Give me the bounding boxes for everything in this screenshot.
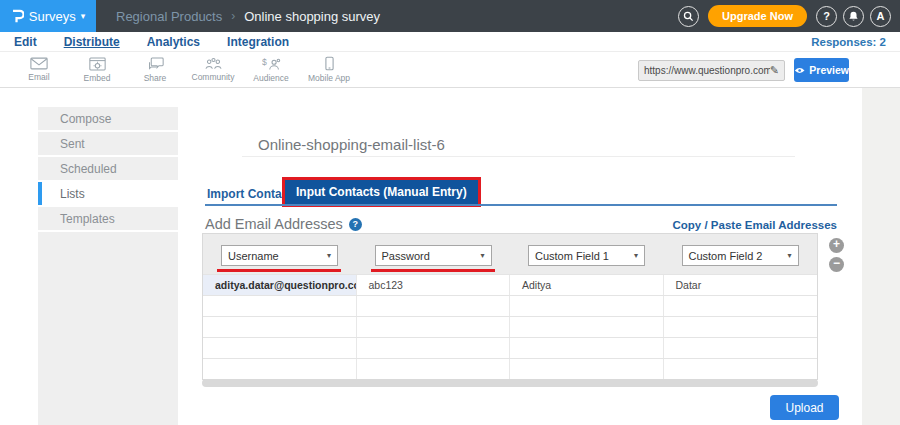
toolbar-item-share[interactable]: Share	[126, 53, 184, 87]
breadcrumb-separator-icon: ›	[231, 9, 235, 23]
custom-field-1-cell[interactable]	[510, 338, 664, 358]
email-cell[interactable]	[203, 296, 357, 316]
add-row-button[interactable]: +	[829, 238, 844, 253]
toolbar-item-community[interactable]: Community	[184, 53, 242, 87]
select-value: Custom Field 2	[689, 250, 763, 262]
upgrade-now-button[interactable]: Upgrade Now	[708, 5, 807, 27]
questionpro-distribute-page: Surveys ▾ Regional Products › Online sho…	[0, 0, 900, 425]
username-column-select[interactable]: Username ▾	[221, 245, 338, 266]
surveys-product-dropdown[interactable]: Surveys ▾	[0, 0, 96, 32]
toolbar-label: Community	[192, 72, 235, 82]
email-icon	[30, 57, 48, 70]
help-button[interactable]: ?	[816, 6, 837, 27]
toolbar-label: Mobile App	[308, 73, 350, 83]
top-bar: Surveys ▾ Regional Products › Online sho…	[0, 0, 900, 32]
custom-field-2-cell[interactable]	[664, 296, 818, 316]
annotation-red-underline	[371, 269, 495, 272]
share-icon	[147, 57, 164, 71]
svg-text:$: $	[262, 57, 267, 67]
table-row: aditya.datar@questionpro.com abc123 Adit…	[203, 274, 817, 295]
remove-row-button[interactable]: −	[829, 257, 844, 272]
sidebar-item-templates[interactable]: Templates	[38, 207, 178, 232]
notifications-button[interactable]	[843, 6, 864, 27]
password-cell[interactable]	[357, 338, 511, 358]
custom-field-1-cell[interactable]	[510, 296, 664, 316]
breadcrumb-folder[interactable]: Regional Products	[116, 9, 222, 24]
annotation-red-underline	[217, 269, 341, 272]
embed-icon	[89, 57, 106, 71]
tab-underline	[205, 204, 837, 206]
lists-sidebar: Compose Sent Scheduled Lists Templates	[38, 107, 178, 425]
survey-url-input[interactable]	[644, 65, 770, 76]
nav-tab-analytics[interactable]: Analytics	[147, 35, 200, 49]
toolbar-label: Audience	[253, 73, 288, 83]
sidebar-item-compose[interactable]: Compose	[38, 107, 178, 132]
password-cell[interactable]	[357, 359, 511, 379]
page-background-gutter	[862, 88, 900, 425]
password-cell[interactable]	[357, 296, 511, 316]
email-cell[interactable]: aditya.datar@questionpro.com	[203, 275, 357, 295]
toolbar-item-email[interactable]: Email	[10, 53, 68, 87]
sidebar-item-scheduled[interactable]: Scheduled	[38, 157, 178, 182]
tab-input-contacts-manual-entry[interactable]: Input Contacts (Manual Entry)	[285, 180, 478, 204]
add-email-addresses-header: Add Email Addresses ?	[205, 216, 362, 232]
bell-icon	[848, 10, 859, 22]
email-cell[interactable]	[203, 338, 357, 358]
email-list-title: Online-shopping-email-list-6	[258, 136, 445, 153]
select-value: Custom Field 1	[535, 250, 609, 262]
email-cell[interactable]	[203, 359, 357, 379]
search-icon	[683, 11, 694, 22]
table-header-row: Username ▾ Password ▾ Custom Field 1 ▾	[203, 234, 817, 274]
preview-label: Preview	[809, 64, 849, 76]
chevron-down-icon: ▾	[787, 251, 791, 260]
edit-url-icon[interactable]: ✎	[770, 64, 779, 77]
questionpro-logo-icon	[11, 8, 24, 25]
custom-field-2-cell[interactable]	[664, 317, 818, 337]
nav-tab-edit[interactable]: Edit	[14, 35, 37, 49]
table-row-empty	[203, 337, 817, 358]
password-cell[interactable]: abc123	[357, 275, 511, 295]
custom-field-2-cell[interactable]	[664, 338, 818, 358]
nav-tab-integration[interactable]: Integration	[227, 35, 289, 49]
breadcrumb: Regional Products › Online shopping surv…	[116, 9, 380, 24]
copy-paste-email-link[interactable]: Copy / Paste Email Addresses	[673, 219, 837, 231]
distribute-toolbar: Email Embed Share Community $ Audience M…	[0, 52, 900, 88]
upload-button[interactable]: Upload	[770, 395, 839, 420]
table-header-col-1: Username ▾	[203, 234, 357, 274]
custom-field-1-cell[interactable]	[510, 317, 664, 337]
email-cell[interactable]	[203, 317, 357, 337]
eye-icon	[794, 66, 805, 75]
audience-icon: $	[262, 57, 281, 71]
password-column-select[interactable]: Password ▾	[375, 245, 492, 266]
title-divider	[242, 156, 795, 157]
toolbar-label: Share	[144, 73, 167, 83]
responses-count-link[interactable]: Responses: 2	[811, 36, 886, 48]
custom-field-1-column-select[interactable]: Custom Field 1 ▾	[528, 245, 645, 266]
preview-button[interactable]: Preview	[794, 58, 849, 82]
manual-entry-table: Username ▾ Password ▾ Custom Field 1 ▾	[202, 233, 818, 380]
password-cell[interactable]	[357, 317, 511, 337]
sidebar-item-lists[interactable]: Lists	[38, 182, 178, 207]
custom-field-2-column-select[interactable]: Custom Field 2 ▾	[682, 245, 799, 266]
nav-tab-distribute[interactable]: Distribute	[64, 35, 120, 49]
breadcrumb-survey-name: Online shopping survey	[244, 9, 380, 24]
custom-field-1-cell[interactable]	[510, 359, 664, 379]
custom-field-1-cell[interactable]: Aditya	[510, 275, 664, 295]
custom-field-2-cell[interactable]: Datar	[664, 275, 818, 295]
search-button[interactable]	[678, 6, 699, 27]
annotation-red-box: Input Contacts (Manual Entry)	[282, 177, 481, 207]
toolbar-item-audience[interactable]: $ Audience	[242, 53, 300, 87]
sidebar-item-sent[interactable]: Sent	[38, 132, 178, 157]
mobile-phone-icon	[325, 56, 334, 71]
table-header-col-2: Password ▾	[357, 234, 511, 274]
survey-url-field[interactable]: ✎	[638, 60, 785, 81]
help-icon[interactable]: ?	[349, 218, 362, 231]
toolbar-item-mobile-app[interactable]: Mobile App	[300, 53, 358, 87]
toolbar-item-embed[interactable]: Embed	[68, 53, 126, 87]
account-avatar[interactable]: A	[870, 6, 891, 27]
table-row-empty	[203, 295, 817, 316]
table-horizontal-scrollbar[interactable]	[202, 379, 818, 387]
chevron-down-icon: ▾	[480, 251, 484, 260]
table-row-empty	[203, 316, 817, 337]
custom-field-2-cell[interactable]	[664, 359, 818, 379]
